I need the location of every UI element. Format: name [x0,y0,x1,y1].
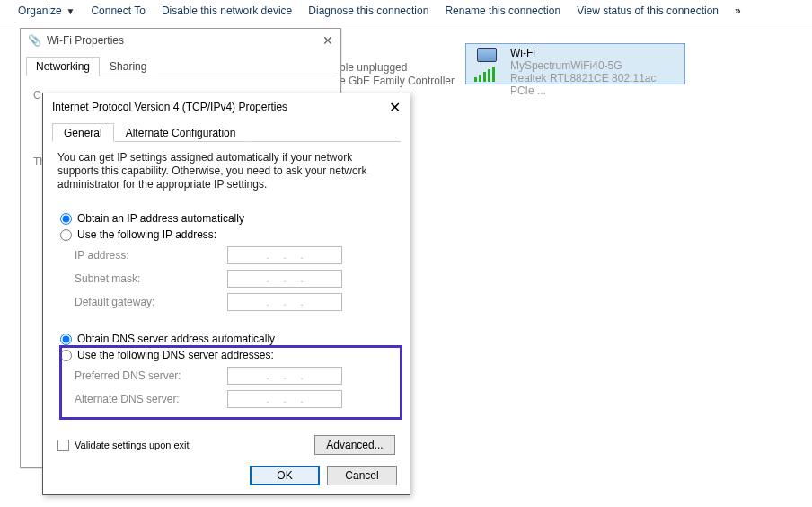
advanced-button[interactable]: Advanced... [314,435,395,455]
radio-dns-auto[interactable]: Obtain DNS server address automatically [60,333,393,345]
tab-sharing[interactable]: Sharing [100,57,156,76]
wifi-properties-titlebar: 📎 Wi-Fi Properties ✕ [21,29,340,52]
adapter-name: Wi-Fi [510,47,681,59]
dialog-buttons: OK Cancel [250,466,397,485]
background-adapter-text: ble unplugged e GbE Family Controller [340,61,455,88]
ipv4-tabs: General Alternate Configuration [52,122,401,142]
ipv4-title: Internet Protocol Version 4 (TCP/IPv4) P… [52,101,287,113]
wifi-properties-tabs: Networking Sharing [26,56,335,76]
paperclip-icon: 📎 [28,34,41,47]
alternate-dns-input: ... [227,390,342,408]
diagnose-button[interactable]: Diagnose this connection [308,4,428,17]
chevron-down-icon: ▼ [64,6,75,16]
validate-checkbox[interactable] [57,440,69,451]
adapter-info: Wi-Fi MySpectrumWiFi40-5G Realtek RTL882… [507,44,684,84]
tab-alternate-configuration[interactable]: Alternate Configuration [114,123,248,142]
field-alternate-dns: Alternate DNS server: ... [75,390,393,408]
adapter-ssid: MySpectrumWiFi40-5G [510,59,681,72]
radio-dns-auto-input[interactable] [60,334,72,345]
command-bar: Organize ▼ Connect To Disable this netwo… [0,0,812,22]
field-preferred-dns: Preferred DNS server: ... [75,367,393,385]
cancel-button[interactable]: Cancel [327,466,397,485]
close-icon[interactable]: ✕ [322,33,333,48]
radio-ip-manual[interactable]: Use the following IP address: [60,228,393,241]
preferred-dns-input: ... [227,367,342,385]
ip-address-input: ... [227,246,342,264]
ipv4-description: You can get IP settings assigned automat… [57,151,395,191]
overflow-button[interactable]: » [735,4,741,17]
subnet-mask-input: ... [227,270,342,288]
adapter-driver: Realtek RTL8821CE 802.11ac PCIe ... [510,72,681,97]
adapter-wifi-tile[interactable]: Wi-Fi MySpectrumWiFi40-5G Realtek RTL882… [465,43,685,84]
radio-dns-manual[interactable]: Use the following DNS server addresses: [60,349,393,361]
radio-ip-manual-input[interactable] [60,229,72,241]
disable-device-button[interactable]: Disable this network device [162,4,292,17]
radio-dns-manual-label: Use the following DNS server addresses: [77,349,274,361]
ipv4-properties-dialog: Internet Protocol Version 4 (TCP/IPv4) P… [42,93,410,495]
radio-ip-auto-label: Obtain an IP address automatically [77,212,244,225]
view-status-button[interactable]: View status of this connection [577,4,719,17]
wifi-adapter-icon [470,45,503,84]
validate-label: Validate settings upon exit [75,440,190,450]
ipv4-titlebar: Internet Protocol Version 4 (TCP/IPv4) P… [43,93,410,120]
field-default-gateway: Default gateway: ... [75,293,393,311]
rename-button[interactable]: Rename this connection [445,4,560,17]
wifi-properties-title: Wi-Fi Properties [47,34,124,47]
organize-menu[interactable]: Organize ▼ [18,4,75,17]
tab-networking[interactable]: Networking [26,57,100,76]
field-subnet-mask: Subnet mask: ... [75,270,393,288]
radio-ip-manual-label: Use the following IP address: [77,228,216,241]
ok-button[interactable]: OK [250,466,320,485]
close-icon[interactable]: ✕ [389,99,401,116]
tab-general[interactable]: General [52,123,114,142]
radio-ip-auto[interactable]: Obtain an IP address automatically [60,212,393,225]
radio-dns-manual-input[interactable] [60,350,72,361]
validate-row: Validate settings upon exit Advanced... [57,435,395,455]
default-gateway-input: ... [227,293,342,311]
radio-ip-auto-input[interactable] [60,213,72,225]
field-ip-address: IP address: ... [75,246,393,264]
radio-dns-auto-label: Obtain DNS server address automatically [77,333,275,345]
connect-to-button[interactable]: Connect To [91,4,146,17]
ipv4-content: You can get IP settings assigned automat… [57,151,395,418]
